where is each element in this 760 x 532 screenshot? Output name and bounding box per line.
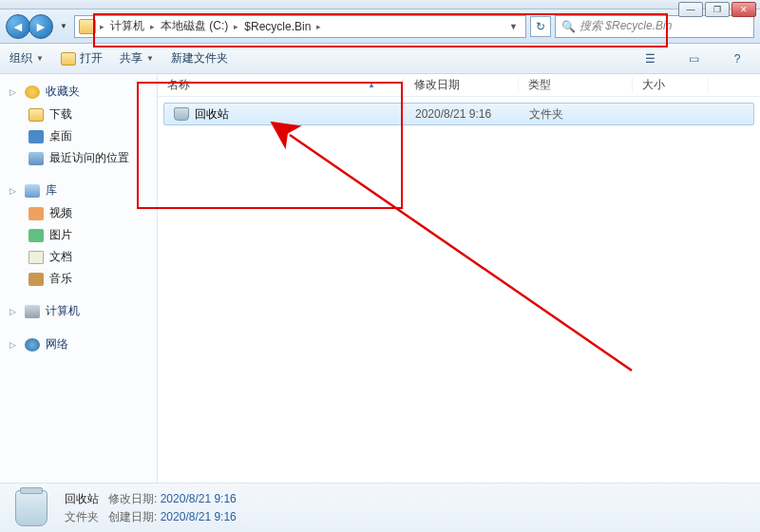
recycle-bin-large-icon	[15, 490, 48, 526]
details-mod-label: 修改日期:	[108, 492, 157, 505]
sidebar-favorites-header[interactable]: ▷ 收藏夹	[0, 80, 157, 104]
column-headers: 名称 ▲ 修改日期 类型 大小	[158, 74, 760, 97]
sidebar: ▷ 收藏夹 下载 桌面 最近访问的位置 ▷ 库 视频 图片 文档 音乐 ▷ 计算…	[0, 74, 158, 483]
file-name: 回收站	[195, 106, 229, 123]
search-input[interactable]: 🔍 搜索 $Recycle.Bin	[555, 15, 754, 38]
sidebar-item-recent[interactable]: 最近访问的位置	[0, 147, 157, 169]
toolbar: 组织▼ 打开 共享▼ 新建文件夹 ☰ ▭ ?	[0, 44, 760, 74]
nav-history-dropdown[interactable]: ▼	[57, 14, 70, 39]
sidebar-network-header[interactable]: ▷ 网络	[0, 332, 157, 356]
breadcrumb-computer[interactable]: 计算机	[104, 18, 150, 34]
help-button[interactable]: ?	[724, 48, 750, 69]
sidebar-item-pictures[interactable]: 图片	[0, 224, 157, 246]
address-bar[interactable]: ▸ 计算机 ▸ 本地磁盘 (C:) ▸ $Recycle.Bin ▸ ▼	[74, 15, 526, 38]
sidebar-item-documents[interactable]: 文档	[0, 246, 157, 268]
share-button[interactable]: 共享▼	[120, 50, 154, 66]
breadcrumb-drive-c[interactable]: 本地磁盘 (C:)	[155, 18, 234, 34]
open-icon	[61, 52, 76, 66]
maximize-button[interactable]: ❐	[705, 2, 730, 17]
music-icon	[28, 273, 44, 286]
column-header-name[interactable]: 名称 ▲	[158, 77, 405, 93]
details-create-label: 创建日期:	[108, 510, 157, 523]
recent-icon	[28, 152, 44, 165]
star-icon	[25, 86, 40, 99]
navigation-bar: ◄ ► ▼ ▸ 计算机 ▸ 本地磁盘 (C:) ▸ $Recycle.Bin ▸…	[0, 10, 760, 44]
library-icon	[25, 184, 40, 198]
sidebar-item-videos[interactable]: 视频	[0, 202, 157, 224]
video-icon	[28, 207, 44, 220]
open-button[interactable]: 打开	[61, 50, 103, 66]
breadcrumb-recycle-bin[interactable]: $Recycle.Bin	[238, 20, 316, 33]
minimize-button[interactable]: —	[678, 2, 703, 17]
refresh-button[interactable]: ↻	[530, 16, 551, 37]
address-dropdown-icon[interactable]: ▼	[505, 22, 522, 31]
folder-icon	[79, 19, 96, 34]
search-icon: 🔍	[561, 20, 576, 33]
picture-icon	[28, 229, 44, 242]
sidebar-item-downloads[interactable]: 下载	[0, 104, 157, 125]
close-button[interactable]: ✕	[732, 2, 756, 17]
breadcrumb-separator: ▸	[316, 22, 321, 31]
file-type: 文件夹	[520, 106, 634, 123]
sidebar-computer-header[interactable]: ▷ 计算机	[0, 299, 157, 323]
preview-pane-button[interactable]: ▭	[680, 48, 707, 69]
details-type: 文件夹	[65, 509, 99, 525]
computer-icon	[25, 305, 40, 318]
file-list-pane: 名称 ▲ 修改日期 类型 大小 回收站 2020/8/21 9:16 文件夹	[158, 74, 760, 483]
view-mode-button[interactable]: ☰	[636, 48, 663, 69]
file-date: 2020/8/21 9:16	[406, 107, 520, 121]
details-pane: 回收站 修改日期: 2020/8/21 9:16 文件夹 创建日期: 2020/…	[0, 483, 760, 532]
new-folder-button[interactable]: 新建文件夹	[171, 50, 228, 66]
title-bar: — ❐ ✕	[0, 0, 760, 10]
network-icon	[25, 338, 40, 352]
sidebar-item-desktop[interactable]: 桌面	[0, 125, 157, 147]
column-header-type[interactable]: 类型	[519, 77, 633, 93]
back-button[interactable]: ◄	[6, 14, 30, 39]
sidebar-libraries-header[interactable]: ▷ 库	[0, 179, 157, 202]
desktop-icon	[28, 130, 44, 143]
document-icon	[28, 251, 44, 264]
sort-indicator-icon: ▲	[368, 81, 375, 89]
column-header-size[interactable]: 大小	[633, 77, 709, 93]
details-name: 回收站	[65, 491, 99, 507]
forward-button[interactable]: ►	[28, 14, 53, 39]
recycle-bin-icon	[174, 107, 189, 121]
search-placeholder: 搜索 $Recycle.Bin	[580, 18, 672, 34]
sidebar-item-music[interactable]: 音乐	[0, 268, 157, 290]
organize-button[interactable]: 组织▼	[10, 50, 44, 66]
file-row-recycle-bin[interactable]: 回收站 2020/8/21 9:16 文件夹	[163, 103, 754, 125]
details-mod-value: 2020/8/21 9:16	[161, 492, 237, 505]
column-header-date[interactable]: 修改日期	[405, 77, 519, 93]
downloads-icon	[28, 108, 44, 122]
details-icon	[11, 488, 51, 528]
details-create-value: 2020/8/21 9:16	[161, 510, 237, 523]
